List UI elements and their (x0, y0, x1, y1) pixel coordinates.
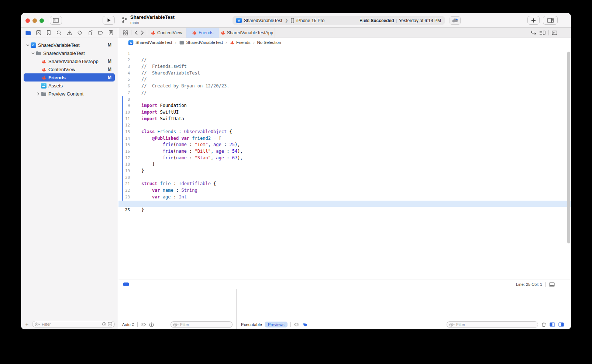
sidebar-item-contentview-3[interactable]: ContentView M (24, 65, 115, 73)
sidebar-item-sharedvariabletestapp-2[interactable]: SharedVariableTestApp M (24, 57, 115, 65)
navigator-tests-icon[interactable] (76, 29, 84, 37)
code-line-3[interactable]: 3 // SharedVariableTest (118, 57, 571, 63)
code-line-14[interactable]: 14 frie(name : "Tom", age : 25), (118, 129, 571, 135)
go-back-icon[interactable] (134, 30, 138, 35)
sidebar-item-friends-4[interactable]: Friends M (24, 73, 115, 82)
swap-editors-icon[interactable] (530, 31, 536, 35)
tab-label: SharedVariableTestApp (227, 30, 273, 35)
code-line-7[interactable]: 7 (118, 83, 571, 90)
breadcrumb-segment-sharedvariabletest[interactable]: A SharedVariableTest (128, 40, 172, 45)
sidebar-item-preview-content-6[interactable]: Preview Content (24, 90, 115, 98)
navigator-reports-icon[interactable] (107, 29, 115, 37)
breadcrumb-segment-sharedvariabletest[interactable]: SharedVariableTest (179, 40, 223, 45)
toggle-console-view-icon[interactable] (558, 322, 564, 327)
add-editor-icon[interactable] (552, 31, 557, 35)
code-line-24[interactable]: 24 } (118, 194, 571, 201)
zoom-window-button[interactable] (39, 18, 44, 23)
disclosure-chevron-icon[interactable] (35, 92, 41, 96)
go-forward-icon[interactable] (141, 30, 144, 35)
console-filter-input[interactable] (456, 322, 536, 327)
minimize-window-button[interactable] (32, 18, 37, 23)
code-line-10[interactable]: 10 import SwiftData (118, 103, 571, 109)
disclosure-chevron-icon[interactable] (30, 52, 35, 55)
variables-scope-label: Auto (122, 322, 131, 327)
source-control-filter-icon[interactable] (108, 322, 112, 326)
console-mode-icon[interactable] (302, 322, 307, 327)
navigator-source-control-icon[interactable] (34, 29, 42, 37)
navigator-bookmarks-icon[interactable] (45, 29, 53, 37)
code-line-19[interactable]: 19 (118, 161, 571, 168)
sidebar-item-label: SharedVariableTest (43, 51, 85, 56)
code-line-8[interactable]: 8 import Foundation (118, 90, 571, 96)
code-line-6[interactable]: 6 // (118, 76, 571, 83)
toggle-variables-view-icon[interactable] (550, 322, 555, 327)
navigator-issues-icon[interactable] (65, 29, 73, 37)
code-line-13[interactable]: 13 @Published var friend2 = [ (118, 122, 571, 129)
editor-options-icon[interactable] (539, 31, 545, 35)
code-line-16[interactable]: 16 frie(name : "Stan", age : 67), (118, 142, 571, 148)
trash-icon[interactable] (541, 322, 546, 327)
toggle-debug-area-icon[interactable] (549, 282, 555, 287)
project-app-icon: A (236, 18, 242, 23)
code-line-17[interactable]: 17 ] (118, 148, 571, 155)
code-line-11[interactable]: 11 (118, 109, 571, 116)
previews-process-button[interactable]: Previews (265, 322, 288, 327)
code-line-25[interactable]: 25 (118, 201, 571, 207)
source-editor[interactable]: 1 // 2 // Friends.swift 3 // SharedVaria… (118, 47, 571, 280)
navigator-filter-input[interactable] (42, 322, 102, 326)
navigator-find-icon[interactable] (55, 29, 63, 37)
code-line-5[interactable]: 5 // Created by Bryan on 12/20/23. (118, 70, 571, 77)
info-icon[interactable] (149, 322, 154, 327)
navigator-project-icon[interactable] (24, 29, 32, 37)
toggle-inspector-button[interactable] (543, 16, 558, 25)
console-eye-icon[interactable] (294, 323, 299, 326)
breadcrumb-label: SharedVariableTest (135, 40, 172, 45)
debug-area: Auto Executable Pr (118, 289, 571, 329)
navigator-debug-icon[interactable] (86, 29, 94, 37)
sidebar-item-sharedvariabletest-1[interactable]: SharedVariableTest (24, 49, 115, 57)
variables-filter-input[interactable] (180, 322, 230, 327)
add-tab-button[interactable] (527, 16, 540, 25)
tab-sharedvariabletestapp[interactable]: SharedVariableTestApp (219, 28, 275, 38)
tab-label: ContentView (157, 30, 182, 35)
code-line-18[interactable]: 18 } (118, 155, 571, 162)
code-review-indicator-icon[interactable] (123, 282, 129, 286)
code-line-2[interactable]: 2 // Friends.swift (118, 51, 571, 57)
sidebar-item-sharedvariabletest-0[interactable]: A SharedVariableTest M (24, 41, 115, 49)
code-line-21[interactable]: 21 var name : String (118, 174, 571, 181)
console-filter-field[interactable] (447, 321, 538, 328)
add-file-button[interactable]: + (24, 321, 30, 327)
variables-filter-field[interactable] (171, 321, 233, 328)
sidebar-item-assets-5[interactable]: Assets (24, 82, 115, 90)
breadcrumb-label: No Selection (257, 40, 281, 45)
build-status[interactable]: Build Succeeded|Yesterday at 6:14 PM (359, 18, 441, 23)
toggle-navigator-button[interactable] (50, 16, 62, 25)
navigator-filter-field[interactable] (32, 321, 115, 327)
code-line-4[interactable]: 4 // (118, 63, 571, 70)
editor-scrollbar[interactable] (567, 52, 570, 243)
related-items-icon[interactable] (123, 30, 128, 35)
tab-contentview[interactable]: ContentView (147, 28, 186, 38)
tab-friends[interactable]: Friends (186, 28, 219, 38)
quicklook-eye-icon[interactable] (141, 323, 146, 326)
breadcrumb-segment-friends[interactable]: Friends (230, 40, 250, 45)
close-window-button[interactable] (25, 18, 30, 23)
cloud-status-button[interactable] (450, 16, 461, 25)
code-line-12[interactable]: 12 class Friends : ObservableObject { (118, 116, 571, 122)
recent-files-clock-icon[interactable] (102, 322, 106, 326)
disclosure-chevron-icon[interactable] (25, 44, 30, 47)
navigator-breakpoints-icon[interactable] (96, 29, 104, 37)
scheme-device-label[interactable]: iPhone 15 Pro (296, 18, 324, 23)
code-line-1[interactable]: 1 // (118, 47, 571, 51)
scheme-project-label[interactable]: SharedVariableTest (244, 18, 282, 23)
code-line-15[interactable]: 15 frie(name : "Bill", age : 54), (118, 135, 571, 142)
scheme-selector[interactable]: A SharedVariableTest ❯ iPhone 15 Pro Bui… (233, 16, 445, 25)
toolbar: SharedVariableTest main A SharedVariable… (21, 13, 571, 28)
code-line-20[interactable]: 20 struct frie : Identifiable { (118, 168, 571, 174)
run-button[interactable] (103, 16, 115, 25)
code-line-23[interactable]: 23 var id = UUID() (118, 187, 571, 194)
code-line-9[interactable]: 9 import SwiftUI (118, 96, 571, 103)
breadcrumb-segment-no-selection[interactable]: No Selection (257, 40, 281, 45)
variables-scope-selector[interactable]: Auto (122, 322, 134, 327)
code-line-22[interactable]: 22 var age : Int (118, 181, 571, 187)
